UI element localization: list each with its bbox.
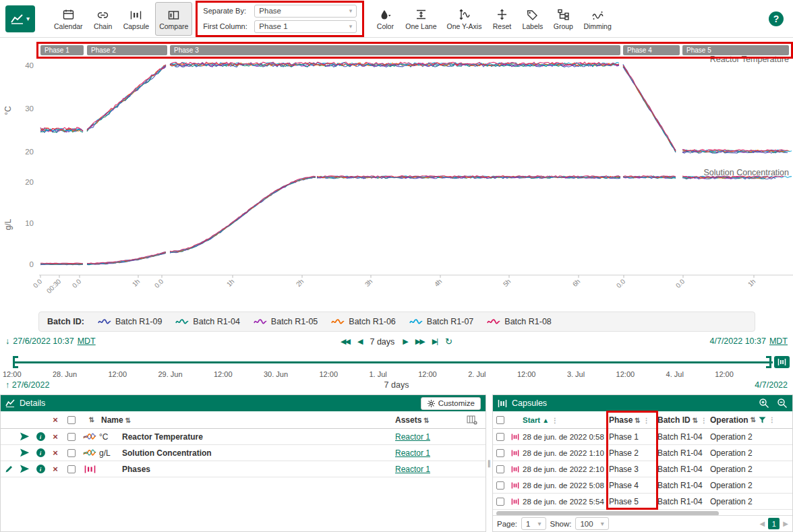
capsules-panel: Capsules Start▲⋮ Phase⇅⋮ Batch ID⇅⋮ Oper… [492,394,793,532]
x-tick-label: 0.0 [32,277,44,289]
trend-chart[interactable]: 0.000:300.01h0.01h2h3h4h5h6h0.00.01hReac… [0,38,793,310]
show-select[interactable]: 100▾ [575,517,608,530]
zoom-in-icon[interactable] [759,398,769,409]
first-column-select[interactable]: Phase 1 ▾ [254,20,357,33]
toolbar-button-one-y-axis[interactable]: One Y-Axis [442,2,486,36]
legend-item[interactable]: Batch R1-05 [254,317,318,326]
phase-bar[interactable]: Phase 2 [87,45,167,55]
operation-column-header[interactable]: Operation⇅⋮ [710,415,792,425]
toolbar-button-calendar[interactable]: Calendar [50,2,87,36]
row-checkbox[interactable] [496,433,504,441]
row-checkbox[interactable] [496,481,504,490]
previous-page-icon[interactable]: ◀ [760,520,765,527]
sort-icon[interactable]: ⇅ [82,416,101,423]
timeline-scrubber-track[interactable] [15,361,773,363]
column-menu-icon[interactable]: ⋮ [701,417,707,424]
legend-item[interactable]: Batch R1-08 [487,317,551,326]
assets-column-header[interactable]: Assets⇅ [384,415,459,425]
item-name[interactable]: Phases [122,465,384,474]
asset-link[interactable]: Reactor 1 [395,432,430,442]
send-to-display-icon[interactable] [17,465,33,473]
step-back-icon[interactable]: ◀ [357,337,361,346]
legend-item[interactable]: Batch R1-04 [175,317,239,326]
customize-button[interactable]: Customize [421,397,481,410]
phase-bar[interactable]: Phase 5 [682,45,789,55]
row-checkbox[interactable] [67,433,76,441]
capsule-row[interactable]: 28 de jun. de 2022 0:58 Phase 1 Batch R1… [493,429,792,445]
scrubber-capsule-button[interactable] [774,356,790,368]
item-info-icon[interactable]: i [33,448,48,457]
step-forward-fast-icon[interactable]: ▶▶ [415,337,424,346]
details-row-solution-concentration[interactable]: i × g/L Solution Concentration Reactor 1 [1,445,486,461]
select-all-checkbox[interactable] [67,416,76,424]
scrubber-left-handle[interactable] [13,356,18,368]
item-name[interactable]: Solution Concentration [122,448,384,458]
column-menu-icon[interactable]: ⋮ [552,417,558,424]
add-column-icon[interactable] [459,415,486,425]
capsule-row[interactable]: 28 de jun. de 2022 2:10 Phase 3 Batch R1… [493,461,792,477]
current-page-button[interactable]: 1 [768,518,780,529]
toolbar-button-labels[interactable]: Labels [518,2,547,36]
timezone-link[interactable]: MDT [769,336,788,346]
edit-pencil-icon[interactable] [1,465,17,473]
remove-all-icon[interactable]: × [48,415,63,425]
step-back-fast-icon[interactable]: ◀◀ [341,337,349,346]
toolbar-button-group[interactable]: Group [549,2,577,36]
toolbar-button-one-lane[interactable]: One Lane [401,2,440,36]
column-menu-icon[interactable]: ⋮ [643,417,650,424]
capsule-row[interactable]: 28 de jun. de 2022 5:54 Phase 5 Batch R1… [493,494,792,510]
page-select[interactable]: 1▾ [521,517,546,530]
scrubber-right-handle[interactable] [766,356,771,368]
item-info-icon[interactable]: i [33,465,48,473]
asset-link[interactable]: Reactor 1 [395,448,430,458]
phase-bar[interactable]: Phase 4 [623,45,680,55]
remove-item-icon[interactable]: × [48,432,63,442]
capsule-row[interactable]: 28 de jun. de 2022 5:08 Phase 4 Batch R1… [493,477,792,494]
batch-id-column-header[interactable]: Batch ID⇅⋮ [657,415,710,425]
phase-column-header[interactable]: Phase⇅⋮ [609,415,657,425]
send-to-display-icon[interactable] [17,432,33,441]
column-menu-icon[interactable]: ⋮ [769,416,775,423]
toolbar-button-chain[interactable]: Chain [89,2,117,36]
start-column-header[interactable]: Start▲⋮ [523,416,609,424]
step-to-end-icon[interactable]: ▶| [432,337,437,346]
trend-view-button[interactable]: ▾ [5,5,35,32]
toolbar-button-reset[interactable]: Reset [488,2,516,36]
toolbar-button-dimming[interactable]: Dimming [579,2,615,36]
item-info-icon[interactable]: i [33,432,48,441]
legend-item[interactable]: Batch R1-07 [409,317,473,326]
filter-funnel-icon[interactable] [759,417,766,423]
duration-label[interactable]: 7 days [370,337,394,347]
item-name[interactable]: Reactor Temperature [122,432,384,442]
capsule-row[interactable]: 28 de jun. de 2022 1:10 Phase 2 Batch R1… [493,445,792,461]
separate-by-select[interactable]: Phase ▾ [254,5,357,18]
row-checkbox[interactable] [496,465,504,473]
row-checkbox[interactable] [67,465,76,473]
help-button[interactable]: ? [769,11,784,26]
timezone-link[interactable]: MDT [78,336,96,346]
send-to-display-icon[interactable] [17,448,33,457]
legend-item[interactable]: Batch R1-06 [331,317,395,326]
next-page-icon[interactable]: ▶ [783,520,788,527]
row-checkbox[interactable] [496,449,504,457]
toolbar-button-color[interactable]: Color [371,2,399,36]
asset-link[interactable]: Reactor 1 [395,465,430,474]
toolbar-button-capsule[interactable]: Capsule [119,2,154,36]
phase-bar[interactable]: Phase 1 [40,45,84,55]
legend-item[interactable]: Batch R1-09 [98,317,162,326]
select-all-checkbox[interactable] [496,416,504,424]
panel-splitter[interactable]: ∥ [486,394,492,532]
details-row-reactor-temperature[interactable]: i × °C Reactor Temperature Reactor 1 [1,429,486,445]
row-checkbox[interactable] [67,449,76,457]
zoom-out-icon[interactable] [777,398,788,409]
row-checkbox[interactable] [496,498,504,506]
name-column-header[interactable]: Name⇅ [101,415,384,425]
one-lane-icon [415,7,428,21]
step-forward-icon[interactable]: ▶ [403,337,407,346]
remove-item-icon[interactable]: × [48,464,63,474]
remove-item-icon[interactable]: × [48,448,63,458]
details-row-phases[interactable]: i × Phases Reactor 1 [1,461,486,477]
phase-bar[interactable]: Phase 3 [170,45,620,55]
toolbar-button-compare[interactable]: Compare [155,2,192,36]
refresh-icon[interactable]: ↻ [445,336,452,347]
